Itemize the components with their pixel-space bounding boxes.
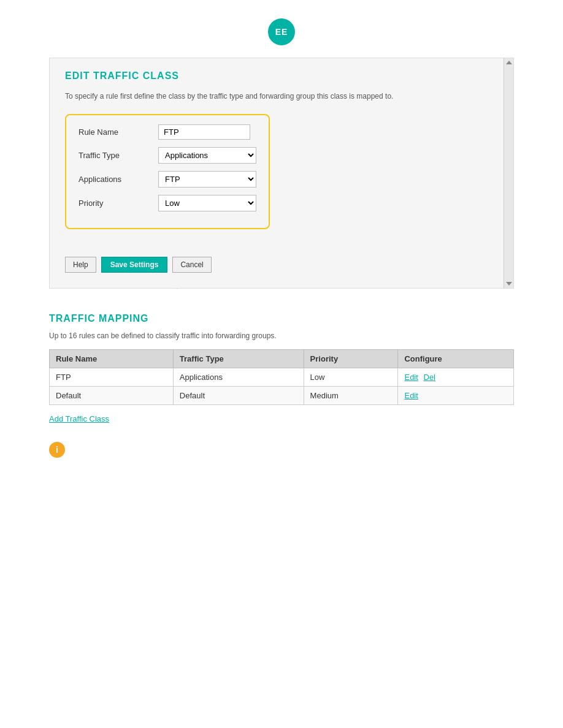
scroll-bar[interactable] bbox=[504, 58, 513, 288]
traffic-type-label: Traffic Type bbox=[79, 151, 158, 160]
row2-configure: Edit bbox=[398, 387, 514, 405]
edit-panel-description: To specify a rule first define the class… bbox=[65, 91, 486, 102]
traffic-type-control: Applications Default Custom bbox=[158, 147, 256, 164]
rule-name-control bbox=[158, 124, 256, 140]
scroll-down-arrow[interactable] bbox=[506, 282, 512, 286]
edit-panel-title: EDIT TRAFFIC CLASS bbox=[65, 70, 486, 82]
col-priority: Priority bbox=[304, 350, 398, 368]
col-rule-name: Rule Name bbox=[50, 350, 174, 368]
traffic-table: Rule Name Traffic Type Priority Configur… bbox=[49, 349, 514, 405]
row2-rule-name: Default bbox=[50, 387, 174, 405]
row2-priority: Medium bbox=[304, 387, 398, 405]
applications-select[interactable]: FTP HTTP HTTPS SMTP bbox=[158, 171, 256, 188]
cancel-button[interactable]: Cancel bbox=[172, 257, 211, 273]
help-button[interactable]: Help bbox=[65, 257, 96, 273]
applications-label: Applications bbox=[79, 175, 158, 184]
info-icon: i bbox=[49, 442, 65, 458]
main-content: EDIT TRAFFIC CLASS To specify a rule fir… bbox=[0, 58, 563, 458]
table-row: FTP Applications Low Edit Del bbox=[50, 368, 514, 387]
applications-control: FTP HTTP HTTPS SMTP bbox=[158, 171, 256, 188]
button-row: Help Save Settings Cancel bbox=[65, 248, 486, 273]
applications-row: Applications FTP HTTP HTTPS SMTP bbox=[79, 171, 256, 188]
priority-select[interactable]: Low Medium High bbox=[158, 195, 256, 211]
row1-priority: Low bbox=[304, 368, 398, 387]
row1-edit-link[interactable]: Edit bbox=[404, 373, 418, 382]
traffic-type-row: Traffic Type Applications Default Custom bbox=[79, 147, 256, 164]
form-highlight-box: Rule Name Traffic Type Applications Defa… bbox=[65, 114, 270, 229]
table-row: Default Default Medium Edit bbox=[50, 387, 514, 405]
ee-logo-icon: EE bbox=[268, 18, 295, 45]
traffic-type-select[interactable]: Applications Default Custom bbox=[158, 147, 256, 164]
rule-name-row: Rule Name bbox=[79, 124, 256, 140]
traffic-mapping-title: TRAFFIC MAPPING bbox=[49, 313, 514, 324]
traffic-mapping-section: TRAFFIC MAPPING Up to 16 rules can be de… bbox=[49, 313, 514, 423]
priority-control: Low Medium High bbox=[158, 195, 256, 211]
logo-area: EE bbox=[0, 0, 563, 58]
rule-name-label: Rule Name bbox=[79, 127, 158, 137]
add-traffic-class-link[interactable]: Add Traffic Class bbox=[49, 414, 109, 423]
scroll-up-arrow[interactable] bbox=[506, 61, 512, 64]
row1-rule-name: FTP bbox=[50, 368, 174, 387]
priority-row: Priority Low Medium High bbox=[79, 195, 256, 211]
row2-traffic-type: Default bbox=[173, 387, 304, 405]
save-settings-button[interactable]: Save Settings bbox=[101, 257, 168, 273]
row1-del-link[interactable]: Del bbox=[424, 373, 436, 382]
table-header-row: Rule Name Traffic Type Priority Configur… bbox=[50, 350, 514, 368]
priority-label: Priority bbox=[79, 199, 158, 208]
info-icon-area: i bbox=[49, 442, 514, 458]
rule-name-input[interactable] bbox=[158, 124, 250, 140]
row1-traffic-type: Applications bbox=[173, 368, 304, 387]
traffic-mapping-description: Up to 16 rules can be defined to classif… bbox=[49, 332, 514, 340]
col-traffic-type: Traffic Type bbox=[173, 350, 304, 368]
edit-traffic-class-panel: EDIT TRAFFIC CLASS To specify a rule fir… bbox=[49, 58, 514, 289]
col-configure: Configure bbox=[398, 350, 514, 368]
row1-configure: Edit Del bbox=[398, 368, 514, 387]
row2-edit-link[interactable]: Edit bbox=[404, 391, 418, 400]
